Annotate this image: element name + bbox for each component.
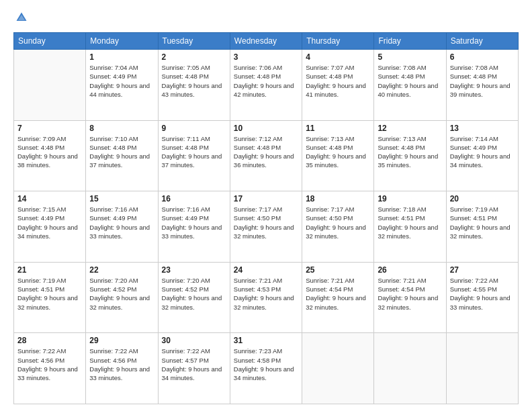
calendar-cell: 30Sunrise: 7:22 AMSunset: 4:57 PMDayligh… — [158, 333, 230, 404]
calendar-cell — [374, 333, 446, 404]
day-number: 2 — [162, 52, 226, 62]
day-number: 25 — [306, 265, 370, 275]
day-number: 8 — [89, 124, 154, 133]
day-number: 29 — [89, 336, 154, 345]
weekday-header: Friday — [374, 33, 446, 50]
calendar-cell: 8Sunrise: 7:10 AMSunset: 4:48 PMDaylight… — [86, 120, 158, 191]
day-number: 22 — [89, 265, 154, 275]
calendar-cell: 21Sunrise: 7:19 AMSunset: 4:51 PMDayligh… — [14, 262, 86, 333]
day-info: Sunrise: 7:08 AMSunset: 4:48 PMDaylight:… — [450, 63, 515, 99]
day-info: Sunrise: 7:15 AMSunset: 4:49 PMDaylight:… — [17, 205, 82, 240]
calendar-week-row: 21Sunrise: 7:19 AMSunset: 4:51 PMDayligh… — [14, 262, 519, 333]
calendar-cell — [302, 333, 374, 404]
weekday-header: Thursday — [302, 33, 374, 50]
day-info: Sunrise: 7:17 AMSunset: 4:50 PMDaylight:… — [306, 205, 370, 240]
day-number: 21 — [17, 265, 82, 275]
calendar-cell: 7Sunrise: 7:09 AMSunset: 4:48 PMDaylight… — [14, 120, 86, 191]
calendar-cell: 29Sunrise: 7:22 AMSunset: 4:56 PMDayligh… — [86, 333, 158, 404]
day-number: 28 — [17, 336, 82, 345]
calendar-cell: 5Sunrise: 7:08 AMSunset: 4:48 PMDaylight… — [374, 50, 446, 121]
calendar-cell: 3Sunrise: 7:06 AMSunset: 4:48 PMDaylight… — [230, 50, 302, 121]
day-info: Sunrise: 7:04 AMSunset: 4:49 PMDaylight:… — [89, 63, 154, 99]
calendar-cell: 15Sunrise: 7:16 AMSunset: 4:49 PMDayligh… — [86, 191, 158, 263]
calendar-cell: 23Sunrise: 7:20 AMSunset: 4:52 PMDayligh… — [158, 262, 230, 333]
weekday-header: Monday — [86, 33, 158, 50]
day-number: 1 — [89, 52, 154, 62]
day-number: 30 — [162, 336, 226, 345]
day-info: Sunrise: 7:23 AMSunset: 4:58 PMDaylight:… — [234, 347, 298, 382]
day-info: Sunrise: 7:17 AMSunset: 4:50 PMDaylight:… — [234, 205, 298, 240]
day-number: 6 — [450, 52, 515, 62]
calendar-cell: 28Sunrise: 7:22 AMSunset: 4:56 PMDayligh… — [14, 333, 86, 404]
calendar-cell: 18Sunrise: 7:17 AMSunset: 4:50 PMDayligh… — [302, 191, 374, 263]
day-number: 18 — [306, 194, 370, 203]
day-number: 20 — [450, 194, 515, 203]
day-number: 7 — [17, 124, 82, 133]
day-info: Sunrise: 7:22 AMSunset: 4:56 PMDaylight:… — [17, 347, 82, 382]
day-number: 12 — [378, 124, 442, 133]
day-number: 26 — [378, 265, 442, 275]
day-number: 17 — [234, 194, 298, 203]
weekday-header: Saturday — [446, 33, 518, 50]
day-info: Sunrise: 7:21 AMSunset: 4:54 PMDaylight:… — [378, 276, 442, 312]
calendar-cell: 14Sunrise: 7:15 AMSunset: 4:49 PMDayligh… — [14, 191, 86, 263]
day-info: Sunrise: 7:16 AMSunset: 4:49 PMDaylight:… — [89, 205, 154, 240]
day-info: Sunrise: 7:13 AMSunset: 4:48 PMDaylight:… — [378, 134, 442, 170]
day-info: Sunrise: 7:22 AMSunset: 4:57 PMDaylight:… — [162, 347, 226, 382]
calendar-cell: 17Sunrise: 7:17 AMSunset: 4:50 PMDayligh… — [230, 191, 302, 263]
day-info: Sunrise: 7:14 AMSunset: 4:49 PMDaylight:… — [450, 134, 515, 170]
day-info: Sunrise: 7:20 AMSunset: 4:52 PMDaylight:… — [89, 276, 154, 312]
day-number: 31 — [234, 336, 298, 345]
calendar-week-row: 28Sunrise: 7:22 AMSunset: 4:56 PMDayligh… — [14, 333, 519, 404]
day-info: Sunrise: 7:06 AMSunset: 4:48 PMDaylight:… — [234, 63, 298, 99]
calendar-week-row: 1Sunrise: 7:04 AMSunset: 4:49 PMDaylight… — [14, 50, 519, 121]
header — [13, 11, 519, 26]
calendar-header-row: SundayMondayTuesdayWednesdayThursdayFrid… — [14, 33, 519, 50]
day-number: 13 — [450, 124, 515, 133]
day-info: Sunrise: 7:20 AMSunset: 4:52 PMDaylight:… — [162, 276, 226, 312]
day-info: Sunrise: 7:16 AMSunset: 4:49 PMDaylight:… — [162, 205, 226, 240]
day-number: 10 — [234, 124, 298, 133]
weekday-header: Wednesday — [230, 33, 302, 50]
calendar-cell: 6Sunrise: 7:08 AMSunset: 4:48 PMDaylight… — [446, 50, 518, 121]
calendar-cell: 27Sunrise: 7:22 AMSunset: 4:55 PMDayligh… — [446, 262, 518, 333]
logo — [13, 11, 30, 26]
calendar-cell: 22Sunrise: 7:20 AMSunset: 4:52 PMDayligh… — [86, 262, 158, 333]
calendar-cell: 12Sunrise: 7:13 AMSunset: 4:48 PMDayligh… — [374, 120, 446, 191]
calendar-week-row: 14Sunrise: 7:15 AMSunset: 4:49 PMDayligh… — [14, 191, 519, 263]
calendar: SundayMondayTuesdayWednesdayThursdayFrid… — [13, 32, 519, 404]
day-number: 27 — [450, 265, 515, 275]
calendar-cell: 24Sunrise: 7:21 AMSunset: 4:53 PMDayligh… — [230, 262, 302, 333]
calendar-cell: 10Sunrise: 7:12 AMSunset: 4:48 PMDayligh… — [230, 120, 302, 191]
day-number: 16 — [162, 194, 226, 203]
page: SundayMondayTuesdayWednesdayThursdayFrid… — [0, 0, 532, 411]
calendar-cell: 4Sunrise: 7:07 AMSunset: 4:48 PMDaylight… — [302, 50, 374, 121]
day-number: 15 — [89, 194, 154, 203]
day-info: Sunrise: 7:07 AMSunset: 4:48 PMDaylight:… — [306, 63, 370, 99]
calendar-cell: 1Sunrise: 7:04 AMSunset: 4:49 PMDaylight… — [86, 50, 158, 121]
calendar-cell: 25Sunrise: 7:21 AMSunset: 4:54 PMDayligh… — [302, 262, 374, 333]
calendar-cell: 16Sunrise: 7:16 AMSunset: 4:49 PMDayligh… — [158, 191, 230, 263]
calendar-cell: 20Sunrise: 7:19 AMSunset: 4:51 PMDayligh… — [446, 191, 518, 263]
calendar-cell — [446, 333, 518, 404]
calendar-week-row: 7Sunrise: 7:09 AMSunset: 4:48 PMDaylight… — [14, 120, 519, 191]
day-info: Sunrise: 7:08 AMSunset: 4:48 PMDaylight:… — [378, 63, 442, 99]
calendar-cell: 2Sunrise: 7:05 AMSunset: 4:48 PMDaylight… — [158, 50, 230, 121]
day-info: Sunrise: 7:19 AMSunset: 4:51 PMDaylight:… — [450, 205, 515, 240]
calendar-cell: 9Sunrise: 7:11 AMSunset: 4:48 PMDaylight… — [158, 120, 230, 191]
calendar-cell: 26Sunrise: 7:21 AMSunset: 4:54 PMDayligh… — [374, 262, 446, 333]
day-info: Sunrise: 7:13 AMSunset: 4:48 PMDaylight:… — [306, 134, 370, 170]
day-info: Sunrise: 7:22 AMSunset: 4:55 PMDaylight:… — [450, 276, 515, 312]
day-info: Sunrise: 7:10 AMSunset: 4:48 PMDaylight:… — [89, 134, 154, 170]
day-number: 14 — [17, 194, 82, 203]
calendar-cell: 19Sunrise: 7:18 AMSunset: 4:51 PMDayligh… — [374, 191, 446, 263]
logo-icon — [15, 11, 28, 24]
day-info: Sunrise: 7:21 AMSunset: 4:54 PMDaylight:… — [306, 276, 370, 312]
day-number: 19 — [378, 194, 442, 203]
calendar-cell — [14, 50, 86, 121]
day-info: Sunrise: 7:22 AMSunset: 4:56 PMDaylight:… — [89, 347, 154, 382]
day-number: 9 — [162, 124, 226, 133]
day-number: 11 — [306, 124, 370, 133]
day-info: Sunrise: 7:05 AMSunset: 4:48 PMDaylight:… — [162, 63, 226, 99]
calendar-cell: 11Sunrise: 7:13 AMSunset: 4:48 PMDayligh… — [302, 120, 374, 191]
